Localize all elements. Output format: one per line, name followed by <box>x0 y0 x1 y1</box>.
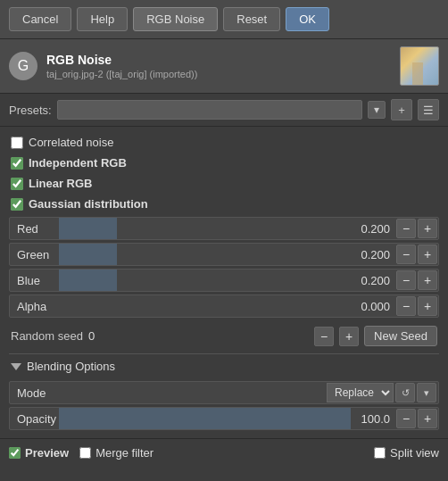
filter-title-block: RGB Noise taj_orig.jpg-2 ([taj_orig] (im… <box>46 53 400 79</box>
red-track[interactable] <box>59 218 351 239</box>
green-fill <box>59 244 117 265</box>
toolbar: Cancel Help RGB Noise Reset OK <box>0 0 448 39</box>
correlated-noise-row[interactable]: Correlated noise <box>9 132 439 153</box>
thumbnail-preview <box>400 46 439 86</box>
rgb-noise-button[interactable]: RGB Noise <box>133 7 218 31</box>
mode-label: Mode <box>10 386 327 400</box>
mode-row: Mode Replace ↺ ▾ <box>9 381 439 404</box>
independent-rgb-row[interactable]: Independent RGB <box>9 153 439 173</box>
green-track[interactable] <box>59 244 351 265</box>
new-seed-button[interactable]: New Seed <box>364 326 437 346</box>
correlated-noise-label: Correlated noise <box>29 136 113 149</box>
filter-header: G RGB Noise taj_orig.jpg-2 ([taj_orig] (… <box>0 39 448 94</box>
split-view-label: Split view <box>390 446 439 460</box>
opacity-label: Opacity <box>10 412 59 426</box>
filter-icon: G <box>9 52 37 80</box>
filter-subtitle: taj_orig.jpg-2 ([taj_orig] (imported)) <box>46 69 400 79</box>
split-view-checkbox[interactable] <box>374 447 386 459</box>
blue-value: 0.200 <box>351 274 395 287</box>
presets-select[interactable] <box>57 100 362 120</box>
mode-menu-icon[interactable]: ▾ <box>417 383 436 402</box>
preview-label: Preview <box>25 446 69 460</box>
seed-value: 0 <box>88 329 309 343</box>
alpha-value: 0.000 <box>351 300 395 313</box>
seed-row: Random seed 0 − + New Seed <box>9 320 439 352</box>
filter-title: RGB Noise <box>46 53 400 67</box>
filter-content: Correlated noise Independent RGB Linear … <box>0 127 448 438</box>
merge-filter-row[interactable]: Merge filter <box>79 446 153 460</box>
seed-label: Random seed <box>11 329 83 343</box>
blue-fill <box>59 270 117 291</box>
blending-options-header[interactable]: Blending Options <box>9 353 439 378</box>
cancel-button[interactable]: Cancel <box>9 7 71 31</box>
alpha-label: Alpha <box>10 300 59 313</box>
blue-label: Blue <box>10 274 59 287</box>
preview-checkbox[interactable] <box>9 447 21 459</box>
presets-row: Presets: ▾ + ☰ <box>0 94 448 127</box>
linear-rgb-label: Linear RGB <box>29 177 93 190</box>
blue-track[interactable] <box>59 270 351 291</box>
bottom-row: Preview Merge filter Split view <box>0 438 448 467</box>
slider-row-blue: Blue0.200−+ <box>9 269 439 292</box>
correlated-noise-checkbox[interactable] <box>11 137 23 149</box>
presets-dropdown-arrow[interactable]: ▾ <box>368 101 386 119</box>
seed-plus-button[interactable]: + <box>339 327 359 346</box>
opacity-minus-button[interactable]: − <box>396 409 416 428</box>
gaussian-distribution-checkbox[interactable] <box>11 198 23 211</box>
green-label: Green <box>10 248 59 261</box>
mode-icons: ↺ ▾ <box>395 383 436 402</box>
gaussian-distribution-row[interactable]: Gaussian distribution <box>9 194 439 214</box>
mode-reset-icon[interactable]: ↺ <box>395 383 415 402</box>
red-minus-button[interactable]: − <box>396 219 416 238</box>
blending-expand-icon <box>11 363 21 370</box>
slider-row-green: Green0.200−+ <box>9 243 439 266</box>
blue-minus-button[interactable]: − <box>396 270 416 290</box>
mode-select[interactable]: Replace <box>327 383 394 402</box>
linear-rgb-checkbox[interactable] <box>11 178 23 190</box>
presets-menu-button[interactable]: ☰ <box>418 99 439 120</box>
slider-row-red: Red0.200−+ <box>9 217 439 240</box>
ok-button[interactable]: OK <box>286 7 329 31</box>
split-view-row[interactable]: Split view <box>374 446 439 460</box>
presets-add-button[interactable]: + <box>391 99 412 120</box>
alpha-minus-button[interactable]: − <box>396 296 416 316</box>
blending-options-title: Blending Options <box>27 360 115 373</box>
merge-filter-label: Merge filter <box>95 446 153 460</box>
opacity-slider-row: Opacity 100.0 − + <box>9 407 439 430</box>
red-plus-button[interactable]: + <box>418 219 437 238</box>
opacity-track[interactable] <box>59 408 351 429</box>
sliders-container: Red0.200−+Green0.200−+Blue0.200−+Alpha0.… <box>9 217 439 318</box>
presets-label: Presets: <box>9 104 52 117</box>
green-value: 0.200 <box>351 248 395 261</box>
preview-check-row[interactable]: Preview <box>9 446 69 460</box>
gaussian-distribution-label: Gaussian distribution <box>29 197 148 211</box>
green-minus-button[interactable]: − <box>396 245 416 264</box>
red-fill <box>59 218 117 239</box>
help-button[interactable]: Help <box>77 7 128 31</box>
red-label: Red <box>10 222 59 236</box>
opacity-plus-button[interactable]: + <box>418 409 437 428</box>
seed-minus-button[interactable]: − <box>314 327 334 346</box>
independent-rgb-label: Independent RGB <box>29 156 127 170</box>
merge-filter-checkbox[interactable] <box>79 447 91 459</box>
opacity-fill <box>59 408 351 429</box>
slider-row-alpha: Alpha0.000−+ <box>9 294 439 318</box>
red-value: 0.200 <box>351 222 395 236</box>
independent-rgb-checkbox[interactable] <box>11 157 23 170</box>
opacity-value: 100.0 <box>351 412 395 426</box>
green-plus-button[interactable]: + <box>418 245 437 264</box>
alpha-plus-button[interactable]: + <box>418 296 437 316</box>
blue-plus-button[interactable]: + <box>418 270 437 290</box>
linear-rgb-row[interactable]: Linear RGB <box>9 173 439 194</box>
reset-button[interactable]: Reset <box>223 7 280 31</box>
alpha-track[interactable] <box>59 295 351 317</box>
